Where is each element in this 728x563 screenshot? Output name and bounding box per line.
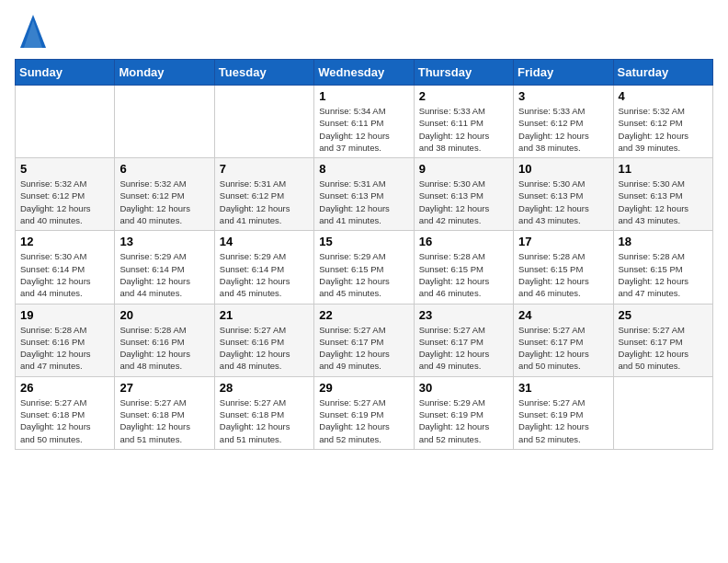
- day-info: Sunrise: 5:28 AM Sunset: 6:16 PM Dayligh…: [20, 324, 109, 373]
- calendar-table: SundayMondayTuesdayWednesdayThursdayFrid…: [15, 59, 713, 450]
- calendar-cell: 28Sunrise: 5:27 AM Sunset: 6:18 PM Dayli…: [214, 376, 313, 449]
- day-number: 6: [119, 162, 209, 176]
- day-info: Sunrise: 5:27 AM Sunset: 6:17 PM Dayligh…: [319, 324, 408, 373]
- calendar-cell: 8Sunrise: 5:31 AM Sunset: 6:13 PM Daylig…: [314, 158, 414, 231]
- page-header: [15, 15, 713, 48]
- day-number: 29: [319, 381, 408, 395]
- calendar-cell: 16Sunrise: 5:28 AM Sunset: 6:15 PM Dayli…: [414, 231, 513, 304]
- day-info: Sunrise: 5:32 AM Sunset: 6:12 PM Dayligh…: [119, 178, 209, 226]
- day-number: 30: [419, 381, 508, 395]
- day-info: Sunrise: 5:32 AM Sunset: 6:12 PM Dayligh…: [619, 105, 708, 154]
- day-info: Sunrise: 5:29 AM Sunset: 6:15 PM Dayligh…: [319, 250, 408, 299]
- calendar-cell: 2Sunrise: 5:33 AM Sunset: 6:11 PM Daylig…: [414, 86, 513, 158]
- day-info: Sunrise: 5:28 AM Sunset: 6:15 PM Dayligh…: [518, 250, 608, 299]
- day-number: 23: [419, 308, 508, 322]
- day-info: Sunrise: 5:33 AM Sunset: 6:12 PM Dayligh…: [518, 105, 608, 154]
- day-number: 16: [419, 235, 508, 248]
- day-info: Sunrise: 5:32 AM Sunset: 6:12 PM Dayligh…: [20, 178, 109, 226]
- calendar-cell: [214, 86, 313, 158]
- weekday-header-monday: Monday: [115, 60, 214, 86]
- calendar-cell: 18Sunrise: 5:28 AM Sunset: 6:15 PM Dayli…: [613, 231, 712, 304]
- calendar-week-row: 1Sunrise: 5:34 AM Sunset: 6:11 PM Daylig…: [16, 86, 713, 158]
- weekday-header-sunday: Sunday: [16, 60, 115, 86]
- calendar-cell: 26Sunrise: 5:27 AM Sunset: 6:18 PM Dayli…: [16, 376, 115, 449]
- day-info: Sunrise: 5:31 AM Sunset: 6:12 PM Dayligh…: [220, 178, 309, 226]
- day-number: 4: [619, 89, 708, 103]
- day-number: 26: [20, 381, 109, 395]
- day-number: 19: [20, 308, 109, 322]
- day-number: 28: [220, 381, 309, 395]
- weekday-header-thursday: Thursday: [414, 60, 513, 86]
- day-number: 3: [518, 89, 608, 103]
- weekday-header-tuesday: Tuesday: [214, 60, 313, 86]
- day-number: 21: [220, 308, 309, 322]
- calendar-cell: 5Sunrise: 5:32 AM Sunset: 6:12 PM Daylig…: [16, 158, 115, 231]
- day-number: 20: [119, 308, 209, 322]
- calendar-header-row: SundayMondayTuesdayWednesdayThursdayFrid…: [16, 60, 713, 86]
- day-number: 27: [119, 381, 209, 395]
- day-info: Sunrise: 5:29 AM Sunset: 6:14 PM Dayligh…: [119, 250, 209, 299]
- day-number: 13: [119, 235, 209, 248]
- day-number: 5: [20, 162, 109, 176]
- day-info: Sunrise: 5:31 AM Sunset: 6:13 PM Dayligh…: [319, 178, 408, 226]
- calendar-cell: 21Sunrise: 5:27 AM Sunset: 6:16 PM Dayli…: [214, 304, 313, 376]
- calendar-cell: 12Sunrise: 5:30 AM Sunset: 6:14 PM Dayli…: [16, 231, 115, 304]
- calendar-cell: 25Sunrise: 5:27 AM Sunset: 6:17 PM Dayli…: [613, 304, 712, 376]
- calendar-cell: 4Sunrise: 5:32 AM Sunset: 6:12 PM Daylig…: [613, 86, 712, 158]
- calendar-cell: 11Sunrise: 5:30 AM Sunset: 6:13 PM Dayli…: [613, 158, 712, 231]
- calendar-cell: [115, 86, 214, 158]
- day-number: 22: [319, 308, 408, 322]
- day-number: 2: [419, 89, 508, 103]
- calendar-cell: 3Sunrise: 5:33 AM Sunset: 6:12 PM Daylig…: [514, 86, 613, 158]
- calendar-cell: 17Sunrise: 5:28 AM Sunset: 6:15 PM Dayli…: [514, 231, 613, 304]
- calendar-cell: 7Sunrise: 5:31 AM Sunset: 6:12 PM Daylig…: [214, 158, 313, 231]
- calendar-cell: 23Sunrise: 5:27 AM Sunset: 6:17 PM Dayli…: [414, 304, 513, 376]
- calendar-cell: 9Sunrise: 5:30 AM Sunset: 6:13 PM Daylig…: [414, 158, 513, 231]
- day-info: Sunrise: 5:27 AM Sunset: 6:18 PM Dayligh…: [20, 396, 109, 445]
- day-number: 9: [419, 162, 508, 176]
- calendar-cell: 30Sunrise: 5:29 AM Sunset: 6:19 PM Dayli…: [414, 376, 513, 449]
- calendar-cell: 24Sunrise: 5:27 AM Sunset: 6:17 PM Dayli…: [514, 304, 613, 376]
- day-info: Sunrise: 5:27 AM Sunset: 6:19 PM Dayligh…: [319, 396, 408, 445]
- calendar-cell: 22Sunrise: 5:27 AM Sunset: 6:17 PM Dayli…: [314, 304, 414, 376]
- day-info: Sunrise: 5:29 AM Sunset: 6:14 PM Dayligh…: [220, 250, 309, 299]
- calendar-week-row: 5Sunrise: 5:32 AM Sunset: 6:12 PM Daylig…: [16, 158, 713, 231]
- day-info: Sunrise: 5:27 AM Sunset: 6:18 PM Dayligh…: [220, 396, 309, 445]
- calendar-cell: 20Sunrise: 5:28 AM Sunset: 6:16 PM Dayli…: [115, 304, 214, 376]
- calendar-cell: 19Sunrise: 5:28 AM Sunset: 6:16 PM Dayli…: [16, 304, 115, 376]
- weekday-header-wednesday: Wednesday: [314, 60, 414, 86]
- day-number: 25: [619, 308, 708, 322]
- day-info: Sunrise: 5:27 AM Sunset: 6:17 PM Dayligh…: [619, 324, 708, 373]
- day-info: Sunrise: 5:28 AM Sunset: 6:15 PM Dayligh…: [419, 250, 508, 299]
- weekday-header-saturday: Saturday: [613, 60, 712, 86]
- day-info: Sunrise: 5:30 AM Sunset: 6:14 PM Dayligh…: [20, 250, 109, 299]
- day-number: 24: [518, 308, 608, 322]
- day-info: Sunrise: 5:27 AM Sunset: 6:16 PM Dayligh…: [220, 324, 309, 373]
- calendar-week-row: 12Sunrise: 5:30 AM Sunset: 6:14 PM Dayli…: [16, 231, 713, 304]
- calendar-week-row: 19Sunrise: 5:28 AM Sunset: 6:16 PM Dayli…: [16, 304, 713, 376]
- calendar-cell: 6Sunrise: 5:32 AM Sunset: 6:12 PM Daylig…: [115, 158, 214, 231]
- calendar-cell: 29Sunrise: 5:27 AM Sunset: 6:19 PM Dayli…: [314, 376, 414, 449]
- day-number: 14: [220, 235, 309, 248]
- calendar-cell: 27Sunrise: 5:27 AM Sunset: 6:18 PM Dayli…: [115, 376, 214, 449]
- calendar-cell: [613, 376, 712, 449]
- calendar-cell: 1Sunrise: 5:34 AM Sunset: 6:11 PM Daylig…: [314, 86, 414, 158]
- calendar-cell: [16, 86, 115, 158]
- calendar-cell: 13Sunrise: 5:29 AM Sunset: 6:14 PM Dayli…: [115, 231, 214, 304]
- day-number: 18: [619, 235, 708, 248]
- calendar-cell: 31Sunrise: 5:27 AM Sunset: 6:19 PM Dayli…: [514, 376, 613, 449]
- day-number: 15: [319, 235, 408, 248]
- day-info: Sunrise: 5:34 AM Sunset: 6:11 PM Dayligh…: [319, 105, 408, 154]
- calendar-week-row: 26Sunrise: 5:27 AM Sunset: 6:18 PM Dayli…: [16, 376, 713, 449]
- day-info: Sunrise: 5:33 AM Sunset: 6:11 PM Dayligh…: [419, 105, 508, 154]
- day-info: Sunrise: 5:29 AM Sunset: 6:19 PM Dayligh…: [419, 396, 508, 445]
- day-number: 8: [319, 162, 408, 176]
- day-number: 1: [319, 89, 408, 103]
- day-number: 17: [518, 235, 608, 248]
- calendar-cell: 15Sunrise: 5:29 AM Sunset: 6:15 PM Dayli…: [314, 231, 414, 304]
- day-info: Sunrise: 5:30 AM Sunset: 6:13 PM Dayligh…: [619, 178, 708, 226]
- weekday-header-friday: Friday: [514, 60, 613, 86]
- logo-icon: [20, 15, 46, 48]
- day-info: Sunrise: 5:27 AM Sunset: 6:17 PM Dayligh…: [419, 324, 508, 373]
- day-info: Sunrise: 5:27 AM Sunset: 6:19 PM Dayligh…: [518, 396, 608, 445]
